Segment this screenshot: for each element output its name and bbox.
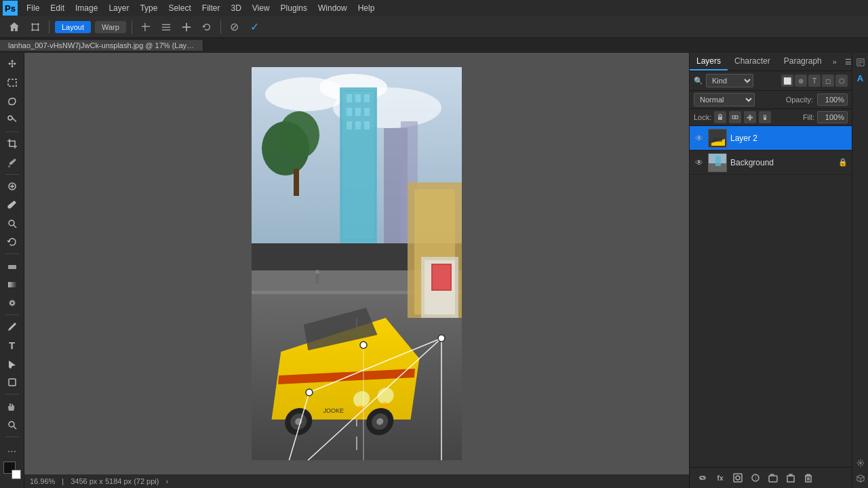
shape-tool[interactable] [2,373,22,391]
transform-lines-icon[interactable] [158,19,174,35]
svg-rect-6 [144,22,145,30]
pen-tool[interactable] [2,318,22,336]
tab-bar: lanhao_007-vHsNW7jJwCk-unsplash.jpg @ 17… [0,38,868,53]
menu-image[interactable]: Image [71,2,102,14]
menu-edit[interactable]: Edit [45,2,69,14]
svg-rect-104 [858,60,863,62]
character-panel-icon[interactable]: A [854,71,867,85]
filter-text-icon[interactable]: T [808,75,821,87]
crop-tool[interactable] [2,135,22,152]
new-layer-button[interactable] [783,470,798,485]
filter-shape-icon[interactable]: ◻ [822,75,834,87]
svg-rect-11 [182,26,191,28]
status-bar: 16.96% | 3456 px x 5184 px (72 ppi) › [24,474,689,488]
blend-mode-dropdown[interactable]: Normal [694,93,755,106]
svg-rect-34 [355,94,361,102]
brush-tool[interactable] [2,196,22,214]
menu-type[interactable]: Type [135,2,162,14]
lock-artboard-icon[interactable] [729,111,741,123]
file-tab[interactable]: lanhao_007-vHsNW7jJwCk-unsplash.jpg @ 17… [0,40,203,51]
more-tools[interactable]: … [2,440,22,458]
filter-smart-icon[interactable]: ⬡ [835,75,848,87]
tab-paragraph[interactable]: Paragraph [777,53,829,70]
layer-item[interactable]: 👁 Layer 2 [690,126,852,150]
layer-name: Layer 2 [730,134,848,143]
move-tool[interactable] [2,56,22,73]
menu-file[interactable]: File [22,2,44,14]
clone-stamp-tool[interactable] [2,215,22,232]
layer-group-button[interactable] [766,470,781,485]
healing-brush-tool[interactable] [2,178,22,195]
path-select-tool[interactable] [2,355,22,373]
opacity-input[interactable] [817,94,848,106]
options-separator-2 [132,20,132,34]
history-brush-tool[interactable] [2,233,22,251]
svg-rect-0 [33,24,39,30]
status-arrow[interactable]: › [165,477,168,485]
menu-3d[interactable]: 3D [226,2,245,14]
layer-mask-button[interactable] [730,470,745,485]
svg-point-23 [10,301,14,304]
svg-rect-5 [142,26,150,26]
marquee-rect-tool[interactable] [2,74,22,92]
svg-marker-108 [856,475,863,479]
svg-rect-8 [162,26,170,27]
menu-bar: Ps File Edit Image Layer Type Select Fil… [0,0,868,16]
menu-select[interactable]: Select [163,2,195,14]
tab-character[interactable]: Character [728,53,777,70]
kind-dropdown[interactable]: Kind [706,74,753,87]
color-pair[interactable] [3,462,21,479]
menu-layer[interactable]: Layer [104,2,134,14]
history-panel-icon[interactable] [854,56,867,69]
background-color[interactable] [12,470,21,479]
svg-rect-95 [734,474,742,482]
menu-view[interactable]: View [248,2,275,14]
settings-panel-icon[interactable] [854,456,867,470]
zoom-tool[interactable] [2,416,22,434]
transform-3d-icon[interactable] [854,472,867,485]
hand-tool[interactable] [2,397,22,415]
panel-tab-more[interactable]: » [829,54,841,69]
eyedropper-tool[interactable] [2,154,22,171]
confirm-transform-icon[interactable]: ✓ [247,19,263,35]
canvas-image: JOOKE [252,67,462,460]
warp-button[interactable]: Warp [95,21,126,33]
filter-pixel-icon[interactable]: ⬜ [781,75,793,87]
cancel-transform-icon[interactable]: ⊘ [226,19,243,35]
fill-input[interactable] [817,111,848,123]
layout-button[interactable]: Layout [55,21,91,33]
home-button[interactable] [5,18,23,36]
blur-tool[interactable] [2,294,22,312]
text-tool[interactable]: T [2,336,22,354]
layer-item[interactable]: 👁 Background 🔒 [690,150,852,175]
tab-layers[interactable]: Layers [690,53,728,70]
adjustment-layer-button[interactable] [748,470,763,485]
svg-rect-106 [858,64,861,65]
transform-options-icon[interactable] [27,19,43,35]
link-layers-button[interactable] [695,470,710,485]
menu-plugins[interactable]: Plugins [276,2,312,14]
svg-rect-38 [364,108,370,116]
transform-grid-icon[interactable] [138,19,154,35]
menu-help[interactable]: Help [353,2,380,14]
svg-point-25 [9,422,14,427]
menu-filter[interactable]: Filter [197,2,225,14]
lock-all-icon[interactable] [759,111,771,123]
eraser-tool[interactable] [2,257,22,274]
svg-rect-21 [8,282,16,287]
tool-divider-2 [5,174,19,175]
layer-visibility-toggle[interactable]: 👁 [694,157,705,168]
menu-window[interactable]: Window [313,2,352,14]
reset-icon[interactable] [199,19,215,35]
lock-move-icon[interactable] [744,111,756,123]
layer-visibility-toggle[interactable]: 👁 [694,133,705,144]
delete-layer-button[interactable] [801,470,816,485]
lasso-tool[interactable] [2,93,22,110]
magic-wand-tool[interactable] [2,111,22,129]
layer-name: Background [730,158,835,167]
lock-position-icon[interactable] [714,111,726,123]
filter-adjustment-icon[interactable]: ⊕ [795,75,807,87]
transform-crosshair-icon[interactable] [178,19,195,35]
layer-fx-button[interactable]: fx [713,470,728,485]
gradient-tool[interactable] [2,275,22,293]
